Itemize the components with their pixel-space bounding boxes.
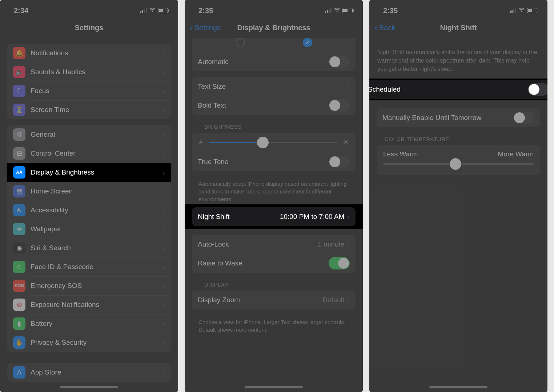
nav-bar: ‹ Back Night Shift [369,17,547,38]
settings-row-screen-time[interactable]: ⏳Screen Time› [7,100,171,119]
auto-lock-row[interactable]: Auto-Lock 1 minute › [192,235,356,254]
clock: 2:35 [383,7,398,15]
settings-row-accessibility[interactable]: ♿︎Accessibility› [7,201,171,220]
true-tone-footer: Automatically adapt iPhone display based… [192,177,356,204]
hand-icon: ✋ [13,336,25,349]
row-label: Bold Text [198,101,329,109]
row-label: General [31,131,162,139]
cellular-icon [325,8,332,13]
row-label: Home Screen [31,187,162,195]
manual-enable-row[interactable]: Manually Enable Until Tomorrow [377,108,540,127]
scheduled-toggle[interactable] [528,83,547,96]
settings-screen: 2:34 Settings 🔔Notifications›🔈Sounds & H… [0,0,178,392]
raise-to-wake-toggle[interactable] [329,257,350,269]
chevron-left-icon: ‹ [374,23,378,32]
row-label: Raise to Wake [198,259,329,267]
settings-row-wallpaper[interactable]: ❀Wallpaper› [7,220,171,239]
hourglass-icon: ⏳ [13,104,25,116]
gear-icon: ⚙ [13,128,25,141]
back-button[interactable]: ‹ Back [374,23,395,32]
sun-max-icon: ☀ [342,138,350,147]
exposure-icon: ⊚ [13,299,25,311]
row-label: Notifications [31,49,162,57]
chevron-right-icon: › [162,149,165,158]
brightness-slider[interactable] [209,142,337,143]
settings-row-face-id-passcode[interactable]: ☺Face ID & Passcode› [7,257,171,276]
status-icons [325,7,353,14]
settings-row-battery[interactable]: ▮Battery› [7,314,171,333]
night-shift-screen: 2:35 ‹ Back Night Shift Night Shift auto… [369,0,547,392]
night-shift-row[interactable]: Night Shift 10:00 PM to 7:00 AM › [192,207,356,226]
home-indicator[interactable] [60,386,118,388]
aa-icon: AA [13,166,25,179]
row-label: App Store [31,368,162,376]
row-value: 10:00 PM to 7:00 AM [280,213,344,221]
scheduled-row[interactable]: Scheduled [369,80,547,99]
face-icon: ☺ [13,261,25,273]
settings-row-control-center[interactable]: ⊟Control Center› [7,144,171,163]
settings-row-general[interactable]: ⚙General› [7,125,171,144]
home-indicator[interactable] [429,386,487,388]
chevron-right-icon: › [162,49,165,57]
chevron-right-icon: › [162,187,165,196]
clock: 2:34 [14,7,28,15]
row-value: Default [322,296,344,304]
settings-row-sounds-haptics[interactable]: 🔈Sounds & Haptics› [7,63,171,81]
flower-icon: ❀ [13,223,25,235]
less-warm-label: Less Warm [383,150,418,158]
chevron-right-icon: › [162,263,165,271]
settings-row-notifications[interactable]: 🔔Notifications› [7,44,171,63]
clock: 2:35 [198,7,213,15]
row-label: Display Zoom [198,296,322,304]
light-radio[interactable] [236,38,245,47]
true-tone-row[interactable]: True Tone [192,152,356,171]
row-label: Emergency SOS [31,282,162,290]
back-label: Settings [194,24,221,32]
chevron-right-icon: › [162,225,165,233]
display-zoom-row[interactable]: Display Zoom Default › [192,291,356,309]
settings-row-privacy-security[interactable]: ✋Privacy & Security› [7,333,171,352]
row-label: Auto-Lock [198,240,318,248]
nav-bar: ‹ Settings Display & Brightness [185,17,363,38]
bold-text-toggle[interactable] [329,99,350,112]
battery-icon [158,8,168,13]
settings-row-home-screen[interactable]: ▦Home Screen› [7,182,171,201]
appearance-radio-row [192,38,356,52]
chevron-right-icon: › [347,83,350,91]
row-label: Focus [31,87,162,95]
manual-enable-toggle[interactable] [513,112,534,124]
color-temp-slider[interactable] [383,163,534,165]
row-label: Automatic [198,58,329,66]
automatic-toggle[interactable] [329,56,350,68]
dark-radio[interactable] [303,38,312,47]
home-indicator[interactable] [245,386,303,388]
settings-row-exposure-notifications[interactable]: ⊚Exposure Notifications› [7,295,171,314]
raise-to-wake-row[interactable]: Raise to Wake [192,254,356,273]
settings-row-display-brightness[interactable]: AADisplay & Brightness› [7,163,171,182]
settings-row-focus[interactable]: ☾Focus› [7,81,171,100]
back-button[interactable]: ‹ Settings [190,23,221,32]
chevron-right-icon: › [162,206,165,215]
row-label: Screen Time [31,106,162,114]
row-label: Battery [31,320,162,328]
chevron-right-icon: › [162,368,165,377]
appstore-icon: A [13,366,25,379]
chevron-right-icon: › [162,168,165,177]
page-title: Display & Brightness [237,24,310,32]
chevron-right-icon: › [162,68,165,76]
cellular-icon [140,8,147,13]
text-size-row[interactable]: Text Size › [192,77,356,96]
battery-icon: ▮ [13,317,25,330]
settings-row-app-store[interactable]: AApp Store› [7,363,171,382]
settings-row-emergency-sos[interactable]: SOSEmergency SOS› [7,276,171,295]
chevron-right-icon: › [162,320,165,328]
page-title: Settings [75,24,104,32]
moon-icon: ☾ [13,85,25,97]
automatic-row[interactable]: Automatic [192,52,356,71]
row-label: Accessibility [31,206,162,214]
bold-text-row[interactable]: Bold Text [192,96,356,115]
settings-row-siri-search[interactable]: ◉Siri & Search› [7,239,171,257]
true-tone-toggle[interactable] [329,156,350,168]
night-shift-highlight: Night Shift 10:00 PM to 7:00 AM › [185,204,363,229]
status-icons [510,7,537,14]
